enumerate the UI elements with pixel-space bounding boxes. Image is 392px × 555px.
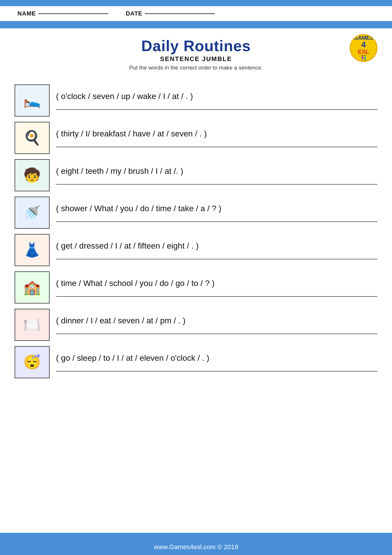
sentence-item: 👗( get / dressed / I / at / fifteen / ei…: [15, 229, 377, 266]
sentence-text-3: ( eight / teeth / my / brush / I / at /.…: [56, 166, 377, 176]
sentence-content-1: ( o'clock / seven / up / wake / I / at /…: [56, 91, 377, 110]
answer-line-2[interactable]: [56, 144, 377, 147]
sentence-icon-4: 🚿: [23, 206, 41, 220]
sentence-icon-1: 🛌: [23, 93, 41, 107]
sentence-icon-3: 🧒: [23, 168, 41, 182]
answer-line-6[interactable]: [56, 294, 377, 297]
image-box-8: 😴: [15, 346, 50, 378]
answer-line-3[interactable]: [56, 182, 377, 185]
name-label: NAME: [18, 10, 36, 17]
image-box-2: 🍳: [15, 122, 50, 154]
sentence-item: 🍽️( dinner / I / eat / seven / at / pm /…: [15, 303, 377, 341]
name-line: [38, 13, 108, 14]
sentence-text-5: ( get / dressed / I / at / fifteen / eig…: [56, 241, 377, 251]
sentence-item: 🏫( time / What / school / you / do / go …: [15, 266, 377, 303]
sentence-item: 🚿( shower / What / you / do / time / tak…: [15, 191, 377, 229]
sentence-text-1: ( o'clock / seven / up / wake / I / at /…: [56, 91, 377, 102]
header-blue-bar: [0, 22, 392, 28]
sentence-content-7: ( dinner / I / eat / seven / at / pm / .…: [56, 315, 377, 334]
footer-blue-bar: [0, 533, 392, 539]
answer-line-5[interactable]: [56, 256, 377, 259]
image-box-5: 👗: [15, 234, 50, 266]
image-box-7: 🍽️: [15, 309, 50, 341]
sentence-content-3: ( eight / teeth / my / brush / I / at /.…: [56, 166, 377, 185]
sentence-text-8: ( go / sleep / to / I / at / eleven / o'…: [56, 353, 377, 363]
sentence-content-4: ( shower / What / you / do / time / take…: [56, 203, 377, 222]
name-date-bar: NAME DATE: [0, 5, 392, 22]
sentence-icon-6: 🏫: [23, 280, 41, 294]
sentence-content-6: ( time / What / school / you / do / go /…: [56, 278, 377, 297]
footer-text: www.Games4esl.com © 2019: [154, 543, 238, 551]
instructions: Put the words in the correct order to ma…: [15, 65, 377, 71]
sentence-icon-2: 🍳: [23, 131, 41, 145]
footer-bar: www.Games4esl.com © 2019: [0, 539, 392, 555]
logo: GAMES 4 ESL 👫: [350, 34, 377, 62]
sentence-item: 🛌( o'clock / seven / up / wake / I / at …: [15, 79, 377, 117]
sentence-item: 🧒( eight / teeth / my / brush / I / at /…: [15, 154, 377, 191]
header-section: GAMES 4 ESL 👫 Daily Routines SENTENCE JU…: [15, 34, 377, 76]
image-box-4: 🚿: [15, 197, 50, 229]
sentence-icon-7: 🍽️: [23, 318, 41, 332]
image-box-3: 🧒: [15, 159, 50, 191]
sentence-text-7: ( dinner / I / eat / seven / at / pm / .…: [56, 315, 377, 326]
image-box-1: 🛌: [15, 84, 50, 117]
sentence-text-6: ( time / What / school / you / do / go /…: [56, 278, 377, 289]
logo-games: GAMES: [354, 35, 373, 41]
answer-line-1[interactable]: [56, 107, 377, 110]
top-bar: [0, 0, 392, 5]
answer-line-4[interactable]: [56, 219, 377, 222]
sentence-content-2: ( thirty / I/ breakfast / have / at / se…: [56, 129, 377, 147]
logo-4: 4: [361, 41, 366, 49]
main-title: Daily Routines: [15, 37, 377, 55]
sentence-icon-5: 👗: [23, 243, 41, 257]
sentence-text-4: ( shower / What / you / do / time / take…: [56, 203, 377, 214]
answer-line-7[interactable]: [56, 331, 377, 334]
sentence-icon-8: 😴: [23, 355, 41, 369]
date-label: DATE: [126, 10, 142, 17]
sentence-list: 🛌( o'clock / seven / up / wake / I / at …: [15, 79, 377, 378]
subtitle: SENTENCE JUMBLE: [15, 55, 377, 63]
date-line: [145, 13, 215, 14]
logo-esl: ESL: [358, 49, 369, 55]
sentence-item: 😴( go / sleep / to / I / at / eleven / o…: [15, 341, 377, 378]
main-content: GAMES 4 ESL 👫 Daily Routines SENTENCE JU…: [0, 28, 392, 533]
image-box-6: 🏫: [15, 271, 50, 303]
sentence-text-2: ( thirty / I/ breakfast / have / at / se…: [56, 129, 377, 139]
sentence-content-8: ( go / sleep / to / I / at / eleven / o'…: [56, 353, 377, 372]
sentence-item: 🍳( thirty / I/ breakfast / have / at / s…: [15, 117, 377, 154]
sentence-content-5: ( get / dressed / I / at / fifteen / eig…: [56, 241, 377, 259]
answer-line-8[interactable]: [56, 369, 377, 372]
